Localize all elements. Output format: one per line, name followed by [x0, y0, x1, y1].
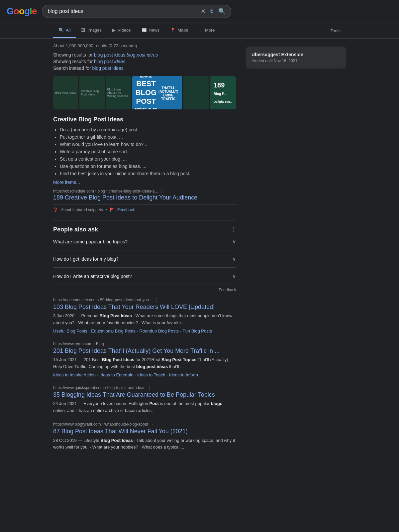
result-2-link-3[interactable]: Ideas to Teach: [137, 372, 165, 377]
result-4-title[interactable]: 87 Blog Post Ideas That Will Never Fail …: [53, 427, 236, 436]
paa-options-icon[interactable]: ⋮: [230, 226, 236, 233]
chevron-down-icon-3: ∨: [232, 273, 236, 279]
result-1-link-4[interactable]: Fun Blog Posts: [183, 329, 212, 333]
tab-images-label: Images: [87, 28, 102, 33]
search-bar[interactable]: ✕ 🎙 🔍: [42, 5, 231, 18]
result-2-links: Ideas to Inspire Action · Ideas to Enter…: [53, 372, 236, 377]
bullet-5: Set up a contest on your blog. ...: [60, 156, 236, 162]
tab-maps[interactable]: 📍 Maps: [165, 23, 193, 38]
tab-news-label: News: [149, 28, 160, 33]
result-1-link-3[interactable]: Roundup Blog Posts: [140, 329, 179, 333]
search-icon[interactable]: 🔍: [218, 8, 226, 15]
sidebar: Ubersuggest Extension Hidden until Nov 1…: [246, 43, 346, 459]
paa-header: People also ask ⋮: [53, 226, 236, 233]
bullet-7: Find the best jokes in your niche and sh…: [60, 171, 236, 176]
sidebar-title: Ubersuggest Extension: [251, 52, 341, 57]
image-thumb-6[interactable]: 189Blog P...Delight You...: [210, 76, 236, 109]
result-2-title[interactable]: 201 Blog Post Ideas That'll (Actually) G…: [53, 347, 236, 355]
result-4-three-dots[interactable]: ⋮: [150, 422, 154, 427]
snippet-title[interactable]: 189 Creative Blog Post Ideas to Delight …: [53, 194, 236, 201]
result-4-snippet: 28 Oct 2019 — Lifestyle Blog Post Ideas …: [53, 437, 236, 451]
search-instead-link[interactable]: blog post ideas: [92, 66, 124, 71]
news-icon: 📰: [142, 28, 147, 33]
showing-results: Showing results for blog post ideas blog…: [53, 52, 236, 58]
paa-feedback[interactable]: Feedback: [53, 288, 236, 292]
result-1-link-1[interactable]: Useful Blog Posts: [53, 329, 87, 333]
result-3-three-dots[interactable]: ⋮: [147, 385, 151, 390]
showing-link[interactable]: blog post ideas blog post ideas: [94, 52, 158, 58]
divider-1: [53, 220, 236, 220]
maps-icon: 📍: [170, 28, 175, 33]
tab-all[interactable]: 🔍 All: [53, 23, 76, 38]
tab-maps-label: Maps: [177, 28, 188, 33]
image-strip: Blog Post Ideas Creative Blog Post Ideas…: [53, 76, 236, 109]
snippet-three-dots[interactable]: ⋮: [160, 189, 164, 194]
about-snippets-text[interactable]: About featured snippets: [61, 207, 103, 212]
tab-more[interactable]: ⋮ More: [193, 23, 220, 38]
sidebar-box: Ubersuggest Extension Hidden until Nov 1…: [246, 47, 346, 68]
result-1-link-2[interactable]: Educational Blog Posts: [91, 329, 136, 333]
image-thumb-1[interactable]: Blog Post Ideas: [53, 76, 78, 109]
sidebar-subtitle: Hidden until Nov 16, 2021: [251, 59, 341, 63]
tab-images[interactable]: 🖼 Images: [76, 23, 107, 38]
result-2-snippet: 15 Jun 2021 — 201 Best Blog Post Ideas f…: [53, 356, 236, 370]
result-2-link-4[interactable]: Ideas to Inform: [169, 372, 198, 377]
paa-item-3[interactable]: How do I write an attractive blog post? …: [53, 268, 236, 285]
main-content: About 1,900,000,000 results (0.72 second…: [0, 39, 399, 459]
header: Google ✕ 🎙 🔍: [0, 0, 399, 23]
people-also-ask: People also ask ⋮ What are some popular …: [53, 226, 236, 292]
chevron-down-icon-1: ∨: [232, 238, 236, 245]
paa-item-1[interactable]: What are some popular blog topics? ∨: [53, 233, 236, 250]
search-instead: Search instead for blog post ideas: [53, 66, 236, 71]
result-1-url: https://optinmonster.com › 50-blog-post-…: [53, 298, 236, 302]
search-result-2: https://www.ryrob.com › Blog ⋮ 201 Blog …: [53, 341, 236, 377]
showing-for-link[interactable]: blog post ideas: [94, 59, 125, 64]
result-1-title[interactable]: 103 Blog Post Ideas That Your Readers Wi…: [53, 303, 236, 311]
search-result-4: https://www.blogtyrant.com › what-should…: [53, 422, 236, 451]
result-1-links: Useful Blog Posts · Educational Blog Pos…: [53, 329, 236, 333]
paa-item-2[interactable]: How do I get ideas for my blog? ∨: [53, 250, 236, 268]
image-thumb-featured[interactable]: 201 BESTBLOG POSTIDEAS THAT'LL (ACTUALLY…: [132, 76, 182, 109]
paa-title: People also ask: [53, 226, 98, 233]
search-result-1: https://optinmonster.com › 50-blog-post-…: [53, 298, 236, 333]
google-logo: Google: [7, 6, 37, 17]
image-thumb-3[interactable]: Blog Ideas About The Writing Process: [106, 76, 131, 109]
bullet-6: Use questions on forums as blog ideas. .…: [60, 164, 236, 169]
result-4-url: https://www.blogtyrant.com › what-should…: [53, 422, 236, 427]
snippet-bullets: Do a (number) by a (certain age) post. .…: [53, 127, 236, 176]
more-items-link[interactable]: More items...: [53, 180, 236, 185]
result-2-url: https://www.ryrob.com › Blog ⋮: [53, 341, 236, 346]
snippet-feedback-link[interactable]: Feedback: [117, 207, 135, 212]
snippet-heading: Creative Blog Post Ideas: [53, 116, 236, 123]
tools-tab[interactable]: Tools: [325, 24, 346, 38]
tab-more-label: More: [205, 28, 215, 33]
image-thumb-2[interactable]: Creative Blog Post Ideas: [79, 76, 104, 109]
result-3-snippet: 24 Jun 2021 — Everyone loves bacon. Huff…: [53, 400, 236, 414]
search-result-3: https://www.quicksprout.com › blog-topic…: [53, 385, 236, 414]
result-1-three-dots[interactable]: ⋮: [154, 298, 158, 302]
nav-tabs: 🔍 All 🖼 Images ▶ Videos 📰 News 📍 Maps ⋮ …: [0, 23, 399, 39]
bullet-2: Put together a gif-filled post. ...: [60, 134, 236, 140]
clear-icon[interactable]: ✕: [201, 8, 206, 15]
mic-icon[interactable]: 🎙: [209, 8, 215, 15]
tab-news[interactable]: 📰 News: [136, 23, 165, 38]
result-2-link-2[interactable]: Ideas to Entertain: [100, 372, 134, 377]
images-icon: 🖼: [81, 28, 85, 33]
more-icon: ⋮: [199, 28, 203, 33]
result-3-title[interactable]: 35 Blogging Ideas That Are Guaranteed to…: [53, 391, 236, 399]
search-input[interactable]: [48, 8, 197, 14]
bullet-3: What would you love to learn how to do? …: [60, 142, 236, 147]
bullet-4: Write a parody post of some sort. ...: [60, 149, 236, 154]
snippet-flag-icon: 🚩: [110, 207, 115, 212]
result-2-link-1[interactable]: Ideas to Inspire Action: [53, 372, 96, 377]
result-2-three-dots[interactable]: ⋮: [106, 341, 110, 346]
bullet-1: Do a (number) by a (certain age) post. .…: [60, 127, 236, 132]
tab-videos[interactable]: ▶ Videos: [107, 23, 136, 38]
tab-videos-label: Videos: [118, 28, 131, 33]
featured-snippet: Creative Blog Post Ideas Do a (number) b…: [53, 116, 236, 215]
about-icon: ❓: [53, 207, 58, 212]
results-column: About 1,900,000,000 results (0.72 second…: [53, 43, 236, 459]
showing-for-text: Showing results for blog post ideas: [53, 59, 236, 64]
result-1-snippet: 3 Jan 2020 — Personal Blog Post Ideas · …: [53, 313, 236, 327]
image-thumb-5[interactable]: [183, 76, 208, 109]
